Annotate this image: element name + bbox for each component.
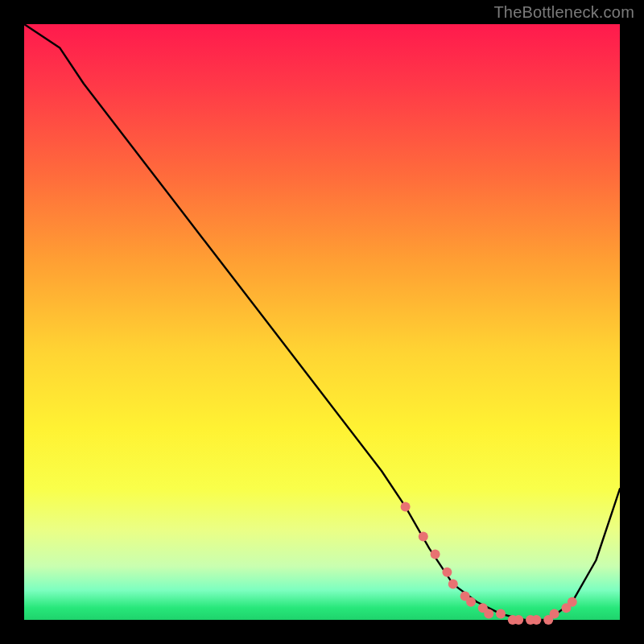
curve-svg: [24, 24, 620, 620]
highlight-dot: [484, 609, 493, 619]
highlight-dot: [568, 597, 577, 607]
highlight-dot: [466, 597, 476, 607]
chart-frame: TheBottleneck.com: [0, 0, 644, 644]
attribution-label: TheBottleneck.com: [493, 3, 634, 22]
bottleneck-curve: [24, 24, 620, 620]
highlight-dot: [448, 580, 458, 589]
highlight-dot: [550, 609, 559, 619]
highlight-dot: [531, 615, 541, 625]
highlight-dot: [401, 502, 411, 511]
highlight-dot: [431, 550, 440, 559]
plot-area: [24, 24, 620, 620]
highlight-dot: [514, 615, 523, 625]
highlight-dot: [442, 568, 452, 577]
highlight-dots: [401, 502, 577, 625]
highlight-dot: [496, 609, 506, 619]
highlight-dot: [419, 531, 428, 541]
